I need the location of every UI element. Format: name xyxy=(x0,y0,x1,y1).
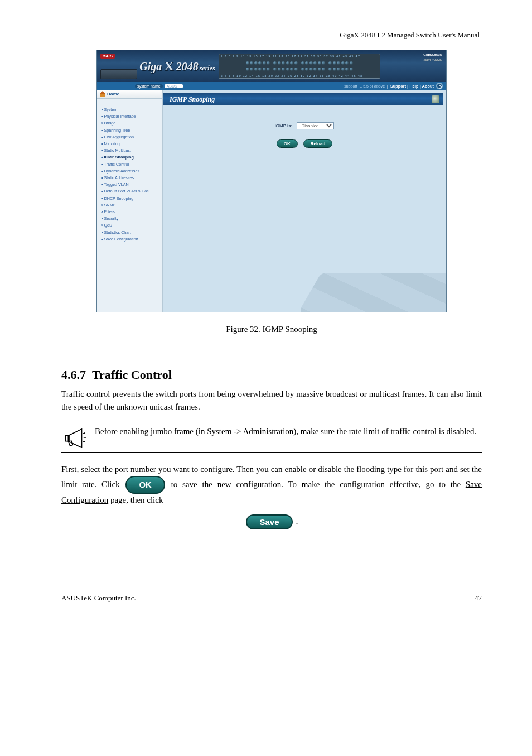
port-led xyxy=(345,68,349,71)
port-led xyxy=(328,68,332,71)
sidebar-item-6[interactable]: Static Multicast xyxy=(101,147,158,154)
sidebar-item-15[interactable]: Filters xyxy=(101,209,158,215)
banner-icon xyxy=(432,95,439,103)
home-icon xyxy=(100,92,105,97)
sidebar-item-14[interactable]: SNMP xyxy=(101,202,158,209)
system-name-label: system name xyxy=(135,84,163,88)
product-giga: Giga xyxy=(139,60,162,73)
port-led xyxy=(258,68,262,71)
port-led xyxy=(282,61,285,65)
sidebar-item-16[interactable]: Security xyxy=(101,215,158,222)
port-led xyxy=(246,61,249,65)
logout-icon[interactable] xyxy=(436,83,443,89)
igmp-select[interactable]: Disabled xyxy=(297,122,334,129)
port-led xyxy=(341,68,345,71)
port-led xyxy=(322,68,325,71)
paragraph-1: Traffic control prevents the switch port… xyxy=(61,388,482,413)
igmp-label: IGMP is: xyxy=(275,123,293,128)
sidebar-home[interactable]: Home xyxy=(97,90,162,99)
note-icon xyxy=(62,426,87,448)
port-led xyxy=(333,68,336,71)
sidebar-item-9[interactable]: Dynamic Addresses xyxy=(101,168,158,175)
port-panel: 1 3 5 7 9 11 13 15 17 19 21 23 25 27 29 … xyxy=(219,54,380,79)
sidebar-item-19[interactable]: Save Configuration xyxy=(101,236,158,243)
port-led xyxy=(305,68,308,71)
asus-logo: /SUS xyxy=(100,54,115,59)
port-led xyxy=(350,68,353,71)
port-led xyxy=(273,68,277,71)
port-led xyxy=(273,61,277,65)
router-ui-screenshot: /SUS Giga X 2048 series 1 3 5 7 9 11 13 … xyxy=(96,50,447,312)
sidebar: Home SystemPhysical InterfaceBridgeSpann… xyxy=(97,90,163,312)
main-panel: IGMP Snooping IGMP is: Disabled OK Reloa… xyxy=(163,90,446,312)
sidebar-item-18[interactable]: Statistics Chart xyxy=(101,229,158,236)
port-led xyxy=(294,61,298,65)
asus-watermark xyxy=(301,258,446,312)
port-led xyxy=(263,68,266,71)
main-banner: IGMP Snooping xyxy=(163,93,443,105)
period: . xyxy=(296,516,298,526)
ok-button[interactable]: OK xyxy=(277,139,298,148)
support-note: support IE 5.5 or above xyxy=(344,84,385,88)
system-name-value[interactable]: ASUS xyxy=(165,84,183,88)
port-led xyxy=(309,61,313,65)
paragraph-2: First, select the port number you want t… xyxy=(61,463,482,507)
sidebar-item-3[interactable]: Spanning Tree xyxy=(101,127,158,134)
reload-button[interactable]: Reload xyxy=(303,139,333,148)
port-row-bottom xyxy=(221,68,378,71)
sidebar-item-13[interactable]: DHCP Snooping xyxy=(101,195,158,202)
sidebar-item-17[interactable]: QoS xyxy=(101,222,158,229)
port-led xyxy=(350,61,353,65)
port-led xyxy=(258,61,262,65)
port-led xyxy=(341,61,345,65)
sidebar-nav: SystemPhysical InterfaceBridgeSpanning T… xyxy=(97,99,162,247)
port-led xyxy=(313,68,317,71)
toolbar-divider: | xyxy=(387,84,388,88)
port-led xyxy=(250,68,253,71)
section-heading: 4.6.7 Traffic Control xyxy=(61,368,482,382)
sidebar-item-1[interactable]: Physical Interface xyxy=(101,113,158,120)
port-led xyxy=(313,61,317,65)
port-led xyxy=(282,68,285,71)
home-label: Home xyxy=(107,92,119,97)
page-footer: ASUSTeK Computer Inc. 47 xyxy=(61,591,482,603)
product-model: 2048 xyxy=(176,60,199,73)
main-banner-title: IGMP Snooping xyxy=(170,93,215,105)
inline-save-button: Save xyxy=(246,514,292,529)
sidebar-item-0[interactable]: System xyxy=(101,107,158,113)
igmp-form-row: IGMP is: Disabled xyxy=(163,122,446,129)
sidebar-item-4[interactable]: Link Aggregation xyxy=(101,134,158,141)
port-led xyxy=(309,68,313,71)
note-block: Before enabling jumbo frame (in System -… xyxy=(61,421,482,453)
product-x: X xyxy=(164,59,173,74)
port-led xyxy=(337,61,340,65)
top-right-links: GigaX.asus .com /ASUS xyxy=(423,52,442,62)
page-header: GigaX 2048 L2 Managed Switch User's Manu… xyxy=(61,31,482,40)
sidebar-item-7[interactable]: IGMP Snooping xyxy=(101,154,158,161)
port-led xyxy=(246,68,249,71)
ui-toolbar: system name ASUS support IE 5.5 or above… xyxy=(97,82,446,90)
port-led xyxy=(333,61,336,65)
port-row-top xyxy=(221,61,378,65)
port-led xyxy=(278,68,281,71)
toolbar-links[interactable]: Support | Help | About xyxy=(390,84,434,88)
port-led xyxy=(254,61,258,65)
port-led xyxy=(305,61,308,65)
port-numbers-bottom: 2 4 6 8 10 12 14 16 18 20 22 24 26 28 30… xyxy=(221,74,378,78)
port-led xyxy=(318,61,321,65)
sidebar-item-5[interactable]: Mirroring xyxy=(101,141,158,147)
sidebar-item-12[interactable]: Default Port VLAN & CoS xyxy=(101,188,158,195)
sidebar-item-10[interactable]: Static Addresses xyxy=(101,175,158,181)
sidebar-item-8[interactable]: Traffic Control xyxy=(101,161,158,168)
sidebar-item-2[interactable]: Bridge xyxy=(101,120,158,127)
port-led xyxy=(294,68,298,71)
port-led xyxy=(345,61,349,65)
port-led xyxy=(267,68,270,71)
product-series: series xyxy=(200,64,215,73)
port-led xyxy=(290,68,293,71)
device-glyph xyxy=(100,69,137,79)
port-led xyxy=(286,61,289,65)
sidebar-item-11[interactable]: Tagged VLAN xyxy=(101,181,158,188)
port-led xyxy=(278,61,281,65)
port-led xyxy=(318,68,321,71)
